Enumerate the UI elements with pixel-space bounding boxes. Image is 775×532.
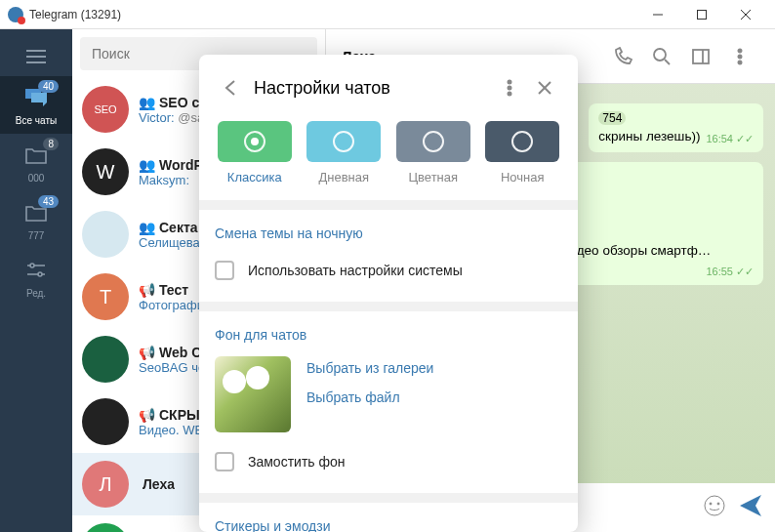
- rail-folder-000[interactable]: 8 000: [0, 134, 72, 191]
- svg-point-19: [710, 503, 712, 505]
- checkbox-icon: [215, 261, 234, 280]
- rail-folder-777[interactable]: 43 777: [0, 191, 72, 249]
- badge: 40: [38, 80, 59, 93]
- svg-point-17: [738, 61, 741, 63]
- app-logo-icon: [8, 7, 23, 22]
- theme-swatch: [485, 121, 559, 162]
- theme-option[interactable]: Ночная: [483, 121, 563, 184]
- svg-point-21: [509, 81, 511, 84]
- choose-file-link[interactable]: Выбрать файл: [306, 389, 433, 405]
- theme-label: Дневная: [318, 170, 369, 184]
- svg-point-11: [654, 49, 666, 61]
- chat-name: 📢Тест: [139, 282, 204, 298]
- message-bubble[interactable]: 754 скрины лезешь)) 16:54 ✓✓: [589, 103, 763, 152]
- back-button[interactable]: [215, 72, 246, 103]
- theme-label: Классика: [227, 170, 282, 184]
- svg-point-18: [705, 496, 724, 515]
- theme-swatch: [396, 121, 470, 162]
- rail-edit[interactable]: Ред.: [0, 249, 72, 307]
- folder-rail: 40 Все чаты 8 000 43 777 Ред.: [0, 29, 72, 532]
- svg-point-20: [717, 503, 719, 505]
- read-ticks-icon: ✓✓: [736, 133, 754, 144]
- settings-icon: [22, 257, 50, 284]
- more-button[interactable]: [720, 37, 759, 76]
- rail-label: 000: [28, 173, 45, 184]
- checkbox-icon: [215, 452, 234, 471]
- chat-name: 👥WordP: [139, 157, 203, 173]
- chat-preview: Видео. WE: [139, 423, 208, 437]
- chat-name: Леха: [139, 476, 175, 492]
- chat-preview: Victor: @sa: [139, 110, 208, 125]
- call-button[interactable]: [603, 37, 642, 76]
- svg-line-12: [665, 60, 670, 64]
- theme-label: Цветная: [408, 170, 458, 184]
- svg-point-10: [38, 272, 42, 276]
- choose-from-gallery-link[interactable]: Выбрать из галереи: [306, 360, 433, 376]
- send-button[interactable]: [738, 493, 763, 522]
- maximize-button[interactable]: [679, 0, 723, 29]
- use-system-settings-toggle[interactable]: Использовать настройки системы: [215, 255, 562, 286]
- tile-background-toggle[interactable]: Замостить фон: [215, 446, 562, 477]
- svg-point-8: [30, 264, 34, 267]
- avatar: SEO: [82, 86, 129, 133]
- chat-name: 👥SEO ch: [139, 95, 208, 110]
- avatar: [82, 211, 129, 258]
- theme-swatch: [218, 121, 292, 162]
- rail-all-chats[interactable]: 40 Все чаты: [0, 76, 72, 134]
- sidebar-toggle-button[interactable]: [681, 37, 720, 76]
- avatar: [82, 398, 129, 445]
- section-stickers: Стикеры и эмодзи: [215, 518, 562, 532]
- chat-settings-modal: Настройки чатов Классика Дневная Цветная…: [199, 55, 578, 532]
- rail-label: Все чаты: [16, 115, 57, 126]
- titlebar: Telegram (13291): [0, 0, 775, 29]
- section-chat-background: Фон для чатов: [215, 327, 562, 343]
- chat-name: 📢СКРЫТ: [139, 407, 208, 423]
- read-ticks-icon: ✓✓: [736, 266, 754, 277]
- svg-point-15: [738, 49, 741, 52]
- modal-close-button[interactable]: [527, 70, 562, 105]
- chat-preview: Фотографи: [139, 298, 204, 312]
- badge: 8: [43, 138, 59, 150]
- svg-rect-13: [693, 50, 709, 63]
- avatar: С: [82, 523, 129, 532]
- background-preview[interactable]: [215, 356, 291, 432]
- modal-title: Настройки чатов: [254, 78, 390, 99]
- theme-swatch: [306, 121, 381, 162]
- theme-option[interactable]: Цветная: [393, 121, 473, 184]
- emoji-button[interactable]: [703, 494, 726, 521]
- section-night-mode: Смена темы на ночную: [215, 225, 562, 241]
- chat-preview: Maksym:: [139, 173, 203, 187]
- svg-rect-1: [697, 10, 706, 19]
- modal-more-button[interactable]: [492, 70, 527, 105]
- svg-point-22: [509, 87, 511, 90]
- close-button[interactable]: [723, 0, 767, 29]
- avatar: W: [82, 148, 129, 195]
- rail-label: 777: [28, 230, 45, 241]
- search-in-chat-button[interactable]: [642, 37, 681, 76]
- svg-point-16: [738, 55, 741, 58]
- svg-point-23: [509, 93, 511, 96]
- avatar: Т: [82, 273, 129, 320]
- menu-button[interactable]: [0, 37, 72, 76]
- minimize-button[interactable]: [635, 0, 679, 29]
- theme-option[interactable]: Дневная: [305, 121, 385, 184]
- rail-label: Ред.: [26, 288, 46, 299]
- theme-label: Ночная: [501, 170, 545, 184]
- badge: 43: [38, 195, 59, 208]
- theme-option[interactable]: Классика: [215, 121, 295, 184]
- avatar: Л: [82, 461, 129, 508]
- window-title: Telegram (13291): [29, 8, 121, 21]
- avatar: [82, 336, 129, 383]
